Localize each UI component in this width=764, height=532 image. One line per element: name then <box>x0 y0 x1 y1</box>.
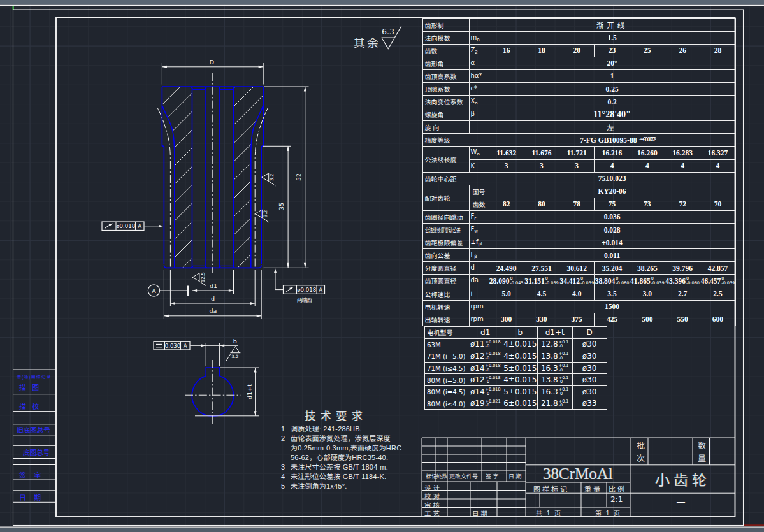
table-cell: 4 <box>595 159 630 172</box>
table-cell: 78 <box>559 198 595 210</box>
fcf-tolerance: ø0.018 <box>297 287 316 293</box>
row-value: 0.028 <box>489 224 735 236</box>
motor-model: 80M (i=5.0) <box>425 374 468 386</box>
table-cell: 300 <box>489 313 524 326</box>
fcf-datum: A <box>184 343 187 349</box>
row-symbol: β <box>469 108 489 121</box>
dim-label: d1+t <box>245 384 254 399</box>
table-cell: 4.5 <box>524 287 559 300</box>
surface-note-value: 6.3 <box>382 27 394 36</box>
table-cell: ø11+0.018-0 <box>468 338 503 350</box>
table-cell: 5±0.015 <box>503 362 538 374</box>
table-cell: ø12+0.018-0 <box>468 350 503 363</box>
table-cell: ø33 <box>572 398 607 410</box>
row-label: 公法线长度变动公差 <box>422 224 469 236</box>
dim-arrow <box>109 224 113 227</box>
motor-model: 80M (i≤4.0) <box>425 398 468 410</box>
frame-strip-label: 描 图 <box>19 382 56 392</box>
row-label: 齿轮中心距 <box>422 172 489 185</box>
row-label: 法向模数 <box>422 31 469 44</box>
table-cell: 5±0.015 <box>503 385 538 398</box>
frame-strip-label: 旧底图总号 <box>17 424 56 435</box>
table-cell: 43.3960-0.060 <box>665 275 700 287</box>
frame-strip-label: 底图总号 <box>23 447 56 457</box>
dim-arrow <box>164 315 169 317</box>
rough-flank-value: 3.2 <box>270 173 275 180</box>
table-cell: 2.5 <box>700 287 735 300</box>
table-cell: 16.327 <box>700 147 735 159</box>
row-value: KY20-06 <box>489 185 735 198</box>
table-cell: 5.0 <box>489 287 524 300</box>
part-name: 小齿轮 <box>655 468 710 490</box>
tech-req-item-text: 56-62，心部硬度为HRC35-40. <box>291 452 388 462</box>
row-symbol: 图号 <box>469 185 489 198</box>
dim-arrow <box>304 263 306 268</box>
row-label: 齿圈径向跳动 <box>422 210 469 223</box>
dim-label: 52 <box>294 173 303 181</box>
scale-value: 2:1 <box>610 495 623 504</box>
dim-arrow <box>162 66 167 68</box>
tech-req-item-num: 3 <box>281 461 285 471</box>
row-value: 渐开线 <box>489 18 735 31</box>
table-cell: 27.551 <box>524 262 559 275</box>
row-symbol: da <box>469 275 489 287</box>
rev-header-count: 处数 <box>436 472 448 480</box>
row-value: 0.036 <box>489 210 735 223</box>
row-symbol: i <box>469 287 489 300</box>
table-cell: ø30 <box>572 350 607 363</box>
row-label: 配对齿轮 <box>422 185 469 210</box>
autocad-model-space[interactable]: D 52 35 d1 d da A ø0.018A ø0.018A 两端面 3.… <box>0 0 764 532</box>
row-value: 7-FG GB10095-88 ±0.022±0.02 <box>489 134 735 147</box>
table-cell: 13.8+0.1-0 <box>538 374 573 386</box>
table-cell: 550 <box>665 313 700 326</box>
row-symbol: rpm <box>469 313 489 326</box>
table-cell: ø12+0.018-0 <box>468 374 503 386</box>
row-symbol: Fw <box>469 224 489 236</box>
row-symbol: Z2 <box>469 44 489 57</box>
tech-req-item-num: 4 <box>281 471 285 481</box>
datum-target-bar <box>187 286 189 296</box>
table-cell: 16.260 <box>630 147 665 159</box>
dim-label: da <box>210 306 217 315</box>
row-symbol: K <box>469 159 489 172</box>
table-cell: 330 <box>524 313 559 326</box>
dim-arrow <box>287 263 289 268</box>
table-cell: ø30 <box>572 385 607 398</box>
table-cell: 4±0.015 <box>503 374 538 386</box>
mark-label: 图 样 标 记 <box>533 484 567 494</box>
table-cell: 25 <box>630 44 665 57</box>
row-label: 齿顶高系数 <box>422 69 469 82</box>
dim-arrow <box>274 268 277 273</box>
dim-arrow <box>170 302 175 305</box>
table-cell: ø19+0.021-0 <box>468 398 503 410</box>
table-cell: 28.0900-0.045 <box>489 275 524 287</box>
fcf-leader <box>275 271 284 290</box>
table-cell: 11.632 <box>489 147 524 159</box>
tech-req-item-text: 齿轮表面渗氮处理，渗氮层深度 <box>291 433 391 443</box>
dim-label: d1 <box>210 281 217 290</box>
fcf-datum: A <box>138 223 141 229</box>
rev-header-sign: 签 字 <box>486 472 499 480</box>
motor-model: 80M (i=4.5) <box>425 385 468 398</box>
table-cell: 600 <box>700 313 735 326</box>
table-cell: 38.8040-0.060 <box>595 275 630 287</box>
table-cell: 16.283 <box>665 147 700 159</box>
table-cell: 35.204 <box>595 262 630 275</box>
tech-req-title: 技术要求 <box>305 407 367 423</box>
ucs-origin-tick <box>13 6 14 10</box>
row-value: 20° <box>489 57 735 69</box>
table-cell: 38.265 <box>630 262 665 275</box>
table-cell: 4 <box>700 159 735 172</box>
column-header: d1 <box>468 327 503 339</box>
row-symbol: Fβ <box>469 249 489 262</box>
row-value: 0.011 <box>489 249 735 262</box>
row-value: 1.5 <box>489 31 735 44</box>
row-value: 75±0.023 <box>489 172 735 185</box>
motor-model: 71M (i=5.0) <box>425 350 468 363</box>
surface-note-text: 其余 <box>354 34 380 50</box>
dim-arrow <box>259 66 264 68</box>
fcf-note: 两端面 <box>297 296 312 304</box>
table-cell: 16.3+0.1-0 <box>538 385 573 398</box>
table-cell: 73 <box>630 198 665 210</box>
row-label: 齿顶圆直径 <box>422 275 469 287</box>
